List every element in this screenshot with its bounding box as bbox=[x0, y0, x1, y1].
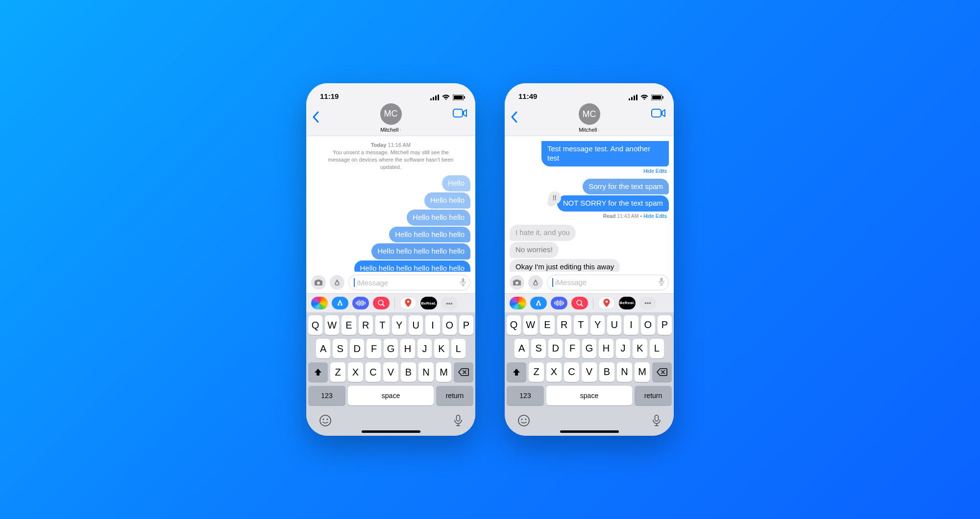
app-bereal[interactable]: BeReal. bbox=[619, 297, 636, 309]
message-bubble[interactable]: I hate it, and you bbox=[510, 225, 576, 241]
key-y[interactable]: Y bbox=[392, 315, 406, 335]
key-shift[interactable] bbox=[308, 362, 328, 382]
key-l[interactable]: L bbox=[650, 339, 664, 358]
contact-avatar[interactable]: MC bbox=[579, 103, 600, 125]
app-search[interactable] bbox=[571, 297, 588, 309]
dictate-button[interactable] bbox=[454, 414, 463, 429]
key-w[interactable]: W bbox=[325, 315, 339, 335]
key-space[interactable]: space bbox=[348, 386, 434, 405]
message-bubble[interactable]: ‼ NOT SORRY for the text spam bbox=[557, 195, 669, 212]
message-bubble[interactable]: Hello hello hello bbox=[407, 210, 470, 226]
conversation-scroll[interactable]: Today 11:16 AM You unsent a message. Mit… bbox=[306, 136, 475, 272]
key-c[interactable]: C bbox=[564, 362, 579, 382]
key-k[interactable]: K bbox=[633, 339, 647, 358]
key-m[interactable]: M bbox=[436, 362, 451, 382]
key-e[interactable]: E bbox=[540, 315, 554, 335]
key-o[interactable]: O bbox=[442, 315, 457, 335]
key-z[interactable]: Z bbox=[330, 362, 345, 382]
app-more[interactable]: ••• bbox=[639, 297, 656, 309]
tapback-exclaim[interactable]: ‼ bbox=[548, 191, 561, 204]
key-y[interactable]: Y bbox=[590, 315, 605, 335]
key-g[interactable]: G bbox=[582, 339, 596, 358]
message-bubble[interactable]: Test message test. And another test bbox=[541, 141, 669, 166]
key-t[interactable]: T bbox=[574, 315, 588, 335]
message-bubble[interactable]: Sorry for the text spam bbox=[583, 179, 669, 195]
app-maps[interactable] bbox=[400, 297, 416, 309]
back-button[interactable] bbox=[312, 111, 322, 125]
key-f[interactable]: F bbox=[367, 339, 381, 358]
key-return[interactable]: return bbox=[436, 386, 473, 405]
key-n[interactable]: N bbox=[617, 362, 632, 382]
key-q[interactable]: Q bbox=[308, 315, 322, 335]
key-c[interactable]: C bbox=[366, 362, 381, 382]
key-o[interactable]: O bbox=[641, 315, 655, 335]
imessage-app-strip[interactable]: BeReal. ••• bbox=[306, 293, 475, 312]
key-backspace[interactable] bbox=[454, 362, 473, 382]
message-bubble[interactable]: Hello hello hello hello hello hello bbox=[354, 260, 470, 272]
key-v[interactable]: V bbox=[582, 362, 597, 382]
key-k[interactable]: K bbox=[434, 339, 448, 358]
key-a[interactable]: A bbox=[316, 339, 330, 358]
conversation-scroll[interactable]: Test message test. And another test Hide… bbox=[505, 136, 674, 272]
key-space[interactable]: space bbox=[546, 386, 632, 405]
hide-edits-link[interactable]: Hide Edits bbox=[643, 213, 667, 219]
message-bubble[interactable]: Okay I'm just editing this away bbox=[510, 259, 620, 272]
key-b[interactable]: B bbox=[401, 362, 416, 382]
emoji-button[interactable] bbox=[517, 414, 530, 429]
key-h[interactable]: H bbox=[599, 339, 613, 358]
key-w[interactable]: W bbox=[523, 315, 538, 335]
contact-avatar[interactable]: MC bbox=[380, 103, 402, 125]
message-input[interactable]: iMessage bbox=[348, 275, 470, 290]
key-backspace[interactable] bbox=[652, 362, 672, 382]
camera-button[interactable] bbox=[311, 275, 326, 290]
key-x[interactable]: X bbox=[348, 362, 363, 382]
message-bubble[interactable]: Hello hello bbox=[424, 192, 470, 209]
key-t[interactable]: T bbox=[375, 315, 390, 335]
camera-button[interactable] bbox=[510, 275, 524, 290]
keyboard[interactable]: Q W E R T Y U I O P A S D F G H J K L Z … bbox=[306, 312, 475, 411]
app-bereal[interactable]: BeReal. bbox=[420, 297, 437, 309]
message-bubble[interactable]: Hello bbox=[442, 175, 470, 191]
imessage-app-strip[interactable]: BeReal. ••• bbox=[505, 293, 674, 312]
app-store[interactable] bbox=[332, 297, 348, 309]
app-drawer-button[interactable] bbox=[330, 275, 344, 290]
message-bubble[interactable]: Hello hello hello hello bbox=[389, 227, 470, 243]
key-z[interactable]: Z bbox=[529, 362, 544, 382]
key-p[interactable]: P bbox=[658, 315, 672, 335]
emoji-button[interactable] bbox=[319, 414, 332, 429]
contact-name[interactable]: Mitchell › bbox=[380, 127, 401, 133]
facetime-button[interactable] bbox=[453, 108, 467, 120]
message-bubble[interactable]: Hello hello hello hello hello bbox=[371, 243, 470, 260]
app-maps[interactable] bbox=[598, 297, 615, 309]
key-h[interactable]: H bbox=[400, 339, 415, 358]
dictate-button[interactable] bbox=[652, 414, 661, 429]
app-more[interactable]: ••• bbox=[441, 297, 458, 309]
key-numbers[interactable]: 123 bbox=[308, 386, 345, 405]
key-e[interactable]: E bbox=[342, 315, 356, 335]
message-input[interactable]: iMessage bbox=[547, 275, 669, 290]
key-r[interactable]: R bbox=[557, 315, 571, 335]
contact-name[interactable]: Mitchell › bbox=[579, 127, 600, 133]
dictation-button[interactable] bbox=[460, 278, 466, 288]
key-v[interactable]: V bbox=[383, 362, 398, 382]
key-m[interactable]: M bbox=[635, 362, 650, 382]
dictation-button[interactable] bbox=[659, 277, 664, 287]
key-j[interactable]: J bbox=[417, 339, 432, 358]
app-search[interactable] bbox=[373, 297, 390, 309]
key-b[interactable]: B bbox=[599, 362, 614, 382]
key-numbers[interactable]: 123 bbox=[507, 386, 544, 405]
app-audio[interactable] bbox=[551, 297, 567, 309]
home-indicator[interactable] bbox=[362, 430, 420, 433]
key-x[interactable]: X bbox=[546, 362, 562, 382]
key-p[interactable]: P bbox=[459, 315, 473, 335]
key-shift[interactable] bbox=[507, 362, 526, 382]
key-i[interactable]: I bbox=[425, 315, 440, 335]
hide-edits-link[interactable]: Hide Edits bbox=[643, 168, 667, 174]
key-u[interactable]: U bbox=[409, 315, 423, 335]
key-a[interactable]: A bbox=[514, 339, 529, 358]
key-n[interactable]: N bbox=[418, 362, 434, 382]
key-f[interactable]: F bbox=[565, 339, 579, 358]
home-indicator[interactable] bbox=[560, 430, 619, 433]
app-audio[interactable] bbox=[352, 297, 369, 309]
key-s[interactable]: S bbox=[531, 339, 545, 358]
